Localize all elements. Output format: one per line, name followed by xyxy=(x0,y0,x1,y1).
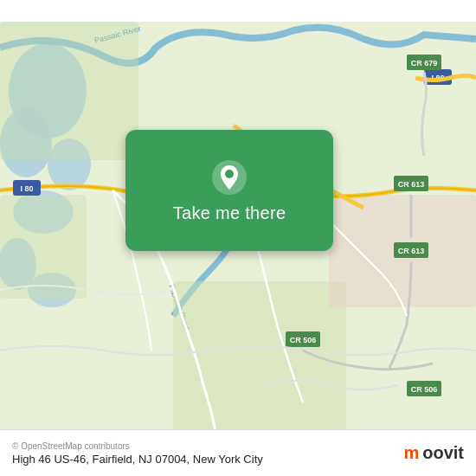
svg-text:CR 613: CR 613 xyxy=(398,180,425,189)
bottom-bar: © OpenStreetMap contributors High 46 US-… xyxy=(0,429,476,476)
svg-rect-9 xyxy=(0,22,138,160)
svg-text:CR 506: CR 506 xyxy=(411,385,438,394)
map-container: Passaic River Passaic River I 80 I 80 US… xyxy=(0,0,476,476)
svg-text:CR 613: CR 613 xyxy=(398,247,425,255)
location-pin-icon xyxy=(210,158,248,196)
button-label: Take me there xyxy=(173,203,286,223)
moovit-brand-icon: m xyxy=(403,443,419,463)
location-text: High 46 US-46, Fairfield, NJ 07004, New … xyxy=(12,453,263,466)
take-me-there-button[interactable]: Take me there xyxy=(125,130,333,251)
svg-rect-10 xyxy=(0,195,87,299)
map-attribution: © OpenStreetMap contributors xyxy=(12,441,263,451)
moovit-logo: moovit xyxy=(403,443,464,463)
svg-text:I 80: I 80 xyxy=(20,184,33,193)
attribution-text: © OpenStreetMap contributors xyxy=(12,441,130,451)
bottom-info: © OpenStreetMap contributors High 46 US-… xyxy=(12,441,263,466)
svg-text:CR 506: CR 506 xyxy=(290,336,317,344)
svg-text:CR 679: CR 679 xyxy=(411,59,438,68)
svg-point-30 xyxy=(225,170,234,178)
moovit-brand-name: oovit xyxy=(422,443,464,463)
